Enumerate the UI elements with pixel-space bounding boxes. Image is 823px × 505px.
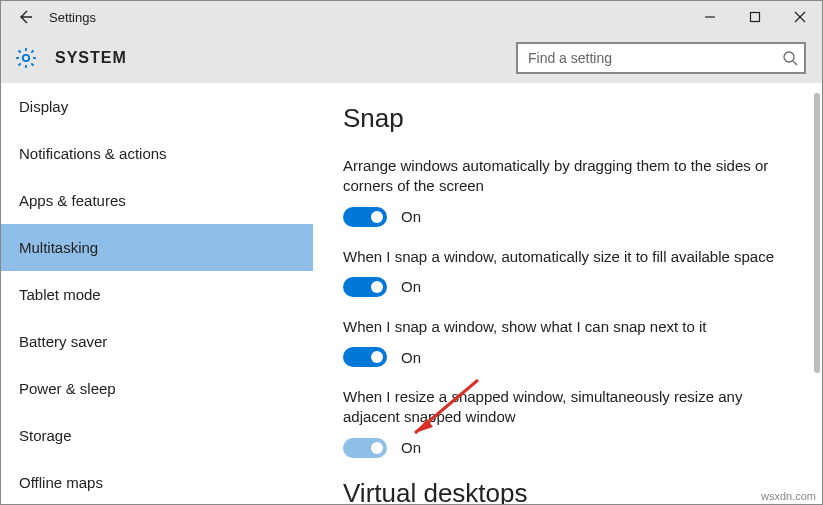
svg-point-2 <box>23 55 29 61</box>
back-button[interactable] <box>1 1 49 33</box>
setting-label: When I snap a window, show what I can sn… <box>343 317 792 337</box>
setting-label: Arrange windows automatically by draggin… <box>343 156 792 197</box>
sidebar-item-notifications[interactable]: Notifications & actions <box>1 130 313 177</box>
sidebar-item-power[interactable]: Power & sleep <box>1 365 313 412</box>
window-title: Settings <box>49 10 96 25</box>
sidebar-item-label: Power & sleep <box>19 380 116 397</box>
section-heading-snap: Snap <box>343 103 792 134</box>
setting-label: When I resize a snapped window, simultan… <box>343 387 792 428</box>
sidebar-item-label: Storage <box>19 427 72 444</box>
toggle-state: On <box>401 278 421 295</box>
page-category: SYSTEM <box>55 49 127 67</box>
sidebar-item-multitasking[interactable]: Multitasking <box>1 224 313 271</box>
svg-line-10 <box>31 51 33 53</box>
sidebar-item-label: Notifications & actions <box>19 145 167 162</box>
minimize-button[interactable] <box>687 1 732 33</box>
toggle-state: On <box>401 208 421 225</box>
svg-line-7 <box>19 51 21 53</box>
section-heading-virtual-desktops: Virtual desktops <box>343 478 792 506</box>
search-placeholder: Find a setting <box>528 50 782 66</box>
scrollbar[interactable] <box>814 93 820 373</box>
gear-icon <box>11 43 41 73</box>
sidebar-item-tablet[interactable]: Tablet mode <box>1 271 313 318</box>
toggle-switch[interactable] <box>343 277 387 297</box>
header: SYSTEM Find a setting <box>1 33 822 83</box>
sidebar-item-label: Apps & features <box>19 192 126 209</box>
svg-point-11 <box>784 52 794 62</box>
maximize-button[interactable] <box>732 1 777 33</box>
sidebar-item-label: Multitasking <box>19 239 98 256</box>
svg-line-9 <box>19 63 21 65</box>
setting-snap-arrange: Arrange windows automatically by draggin… <box>343 156 792 227</box>
sidebar-item-display[interactable]: Display <box>1 83 313 130</box>
search-input[interactable]: Find a setting <box>516 42 806 74</box>
sidebar-item-offline-maps[interactable]: Offline maps <box>1 459 313 505</box>
sidebar-item-label: Battery saver <box>19 333 107 350</box>
toggle-switch[interactable] <box>343 347 387 367</box>
toggle-state: On <box>401 439 421 456</box>
setting-snap-resize-adjacent: When I resize a snapped window, simultan… <box>343 387 792 458</box>
setting-snap-assist: When I snap a window, show what I can sn… <box>343 317 792 367</box>
sidebar-item-label: Offline maps <box>19 474 103 491</box>
sidebar-item-battery[interactable]: Battery saver <box>1 318 313 365</box>
sidebar-item-label: Display <box>19 98 68 115</box>
toggle-state: On <box>401 349 421 366</box>
svg-line-12 <box>793 61 797 65</box>
sidebar-item-label: Tablet mode <box>19 286 101 303</box>
close-button[interactable] <box>777 1 822 33</box>
toggle-switch[interactable] <box>343 207 387 227</box>
toggle-switch[interactable] <box>343 438 387 458</box>
watermark: wsxdn.com <box>761 490 816 502</box>
title-bar: Settings <box>1 1 822 33</box>
setting-snap-autosize: When I snap a window, automatically size… <box>343 247 792 297</box>
svg-rect-1 <box>750 13 759 22</box>
main-panel: Snap Arrange windows automatically by dr… <box>313 83 822 505</box>
svg-line-8 <box>31 63 33 65</box>
setting-label: When I snap a window, automatically size… <box>343 247 792 267</box>
sidebar-item-storage[interactable]: Storage <box>1 412 313 459</box>
sidebar-item-apps[interactable]: Apps & features <box>1 177 313 224</box>
search-icon <box>782 50 798 66</box>
sidebar: Display Notifications & actions Apps & f… <box>1 83 313 505</box>
